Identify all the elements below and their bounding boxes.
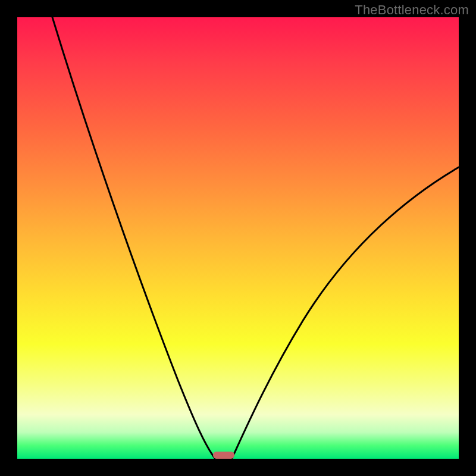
watermark-text: TheBottleneck.com: [355, 2, 469, 18]
bottleneck-marker: [213, 452, 234, 459]
curves-svg: [17, 17, 459, 459]
plot-area: [17, 17, 459, 459]
outer-frame: TheBottleneck.com: [0, 0, 476, 476]
curve-right: [232, 167, 459, 458]
curve-left: [52, 17, 215, 458]
